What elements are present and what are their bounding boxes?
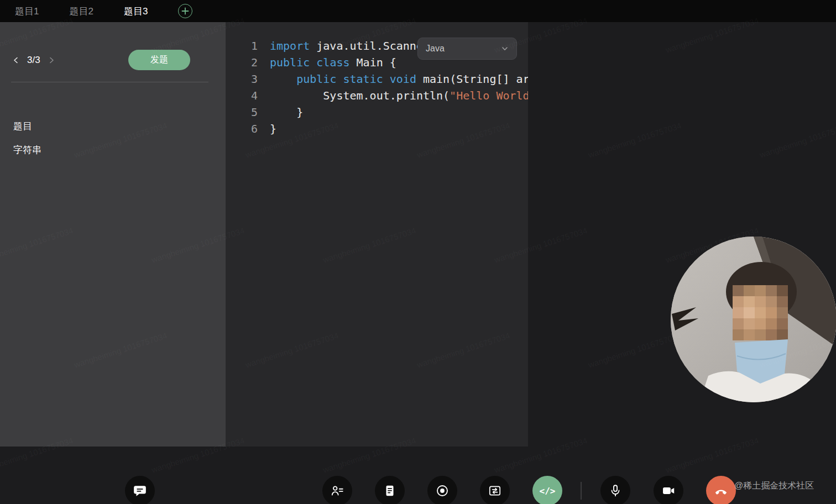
watermark-text: wangbeiming 1016757034 (587, 120, 683, 160)
question-title: 字符串 (13, 144, 41, 156)
code-editor-panel: 1import java.util.Scanner;2public class … (226, 22, 528, 447)
line-number: 3 (226, 71, 258, 87)
code-line: 4 System.out.println("Hello World"); (226, 87, 528, 104)
tab-question-3[interactable]: 题目3 (124, 5, 148, 18)
watermark-text: wangbeiming 1016757034 (759, 120, 836, 160)
notes-button[interactable] (375, 476, 405, 504)
question-sidebar: 3/3 发题 题目 字符串 (0, 22, 226, 447)
camera-button[interactable] (654, 476, 683, 504)
record-icon (435, 484, 450, 498)
hang-up-button[interactable] (706, 476, 736, 504)
webcam-video-feed (671, 237, 836, 402)
code-line: 6} (226, 120, 528, 137)
code-icon: </> (540, 486, 556, 496)
code-line: 3 public static void main(String[] args)… (226, 71, 528, 87)
pager-current: 3/3 (27, 55, 40, 66)
record-button[interactable] (427, 476, 457, 504)
notes-icon (383, 484, 397, 498)
line-number: 1 (226, 38, 258, 54)
participants-icon (330, 484, 344, 498)
add-question-button[interactable] (178, 4, 192, 18)
next-question-button[interactable] (48, 56, 55, 64)
microphone-button[interactable] (600, 476, 630, 504)
community-credit: @稀土掘金技术社区 (734, 480, 814, 492)
line-number: 6 (226, 120, 258, 137)
toolbar-divider (581, 482, 582, 500)
code-line: 5 } (226, 104, 528, 120)
chat-button[interactable] (125, 476, 155, 504)
chevron-right-icon (48, 56, 55, 64)
prev-question-button[interactable] (12, 56, 20, 64)
mic-icon (608, 484, 623, 498)
line-number: 2 (226, 54, 258, 71)
language-select-value: Java (426, 44, 445, 54)
question-section-label: 题目 (13, 120, 32, 133)
sidebar-divider (11, 82, 208, 82)
participants-button[interactable] (322, 476, 352, 504)
language-select[interactable]: Java (417, 38, 517, 60)
line-number: 4 (226, 87, 258, 104)
switch-view-button[interactable] (480, 476, 510, 504)
tab-question-2[interactable]: 题目2 (69, 5, 93, 18)
watermark-text: wangbeiming 1016757034 (587, 330, 683, 370)
watermark-text: wangbeiming 1016757034 (665, 435, 760, 475)
plus-icon (181, 7, 189, 15)
top-bar: 题目1 题目2 题目3 (0, 0, 836, 22)
camera-icon (661, 484, 676, 498)
send-question-button[interactable]: 发题 (128, 50, 190, 70)
line-number: 5 (226, 104, 258, 120)
code-editor-button[interactable]: </> (532, 476, 562, 504)
question-pager: 3/3 (12, 50, 55, 70)
webcam-picture (671, 237, 836, 402)
chevron-down-icon (501, 45, 509, 53)
chat-icon (133, 484, 147, 498)
switch-icon (488, 484, 502, 498)
tab-question-1[interactable]: 题目1 (15, 5, 39, 18)
phone-hangup-icon (714, 484, 728, 498)
chevron-left-icon (12, 56, 20, 64)
